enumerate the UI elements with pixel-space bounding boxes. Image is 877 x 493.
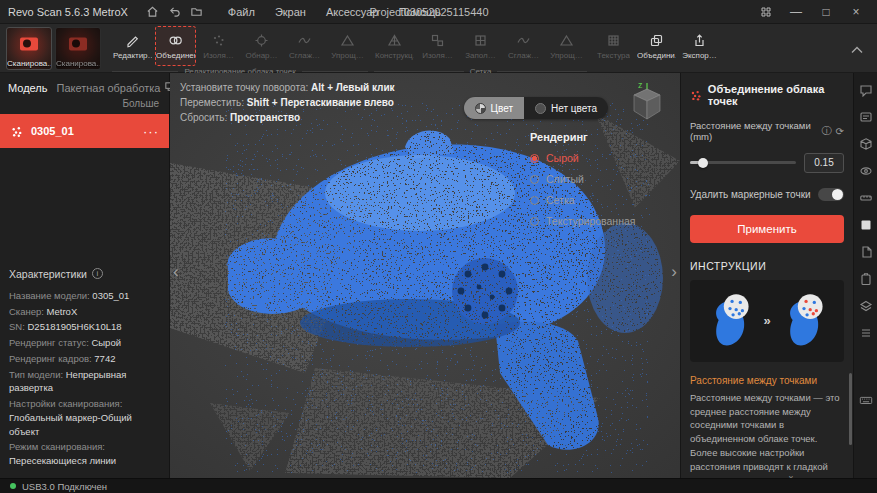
radio-icon: [530, 175, 539, 184]
panel-title: Объединение облака точек: [708, 83, 844, 107]
mesh-simplify-button[interactable]: Упрощ…: [546, 26, 587, 66]
merge-point-cloud-button[interactable]: Объединен…: [155, 26, 196, 66]
measure-icon[interactable]: [859, 191, 873, 205]
eye-icon[interactable]: [859, 164, 873, 178]
distance-slider[interactable]: [690, 161, 796, 164]
edit-button[interactable]: Редактир…: [112, 26, 153, 66]
mesh-smooth-button[interactable]: Сглаж…: [503, 26, 544, 66]
scan-preview-tile-1[interactable]: Сканирова…: [6, 27, 52, 70]
render-option-raw[interactable]: Сырой: [530, 152, 642, 164]
fill-holes-button[interactable]: Запол…: [460, 26, 501, 66]
scanner-thumbnail-icon: [69, 37, 87, 50]
merge-models-button[interactable]: Объедини…: [636, 26, 677, 66]
distance-reset-icon[interactable]: ⟳: [836, 126, 844, 137]
distance-value-field[interactable]: 0.15: [804, 153, 844, 173]
isolate-points-icon: [211, 33, 226, 48]
point-cloud-tool-group: Редактир… Объединен… Изоля… Обнар… Сглаж…: [109, 26, 371, 76]
right-icon-rail: [853, 73, 877, 478]
color-mode-color-button[interactable]: Цвет: [464, 97, 524, 119]
smooth-button[interactable]: Сглаж…: [284, 26, 325, 66]
detect-button[interactable]: Обнар…: [241, 26, 282, 66]
edit-icon: [125, 33, 140, 48]
mesh-tool-group: Конструкц… Изоля… Запол… Сглаж… Упрощ…: [371, 26, 590, 76]
viewport-prev-arrow[interactable]: ‹: [171, 259, 181, 284]
menu-screen[interactable]: Экран: [265, 0, 316, 24]
feedback-icon[interactable]: [859, 110, 873, 124]
prop-render-frames: Рендеринг кадров: 7742: [9, 352, 160, 366]
keyboard-icon[interactable]: [859, 393, 873, 407]
viewport-next-arrow[interactable]: ›: [669, 259, 679, 284]
isolation-button[interactable]: Изоля…: [198, 26, 239, 66]
back-icon[interactable]: [164, 4, 186, 20]
tab-batch-processing[interactable]: Пакетная обработка: [56, 81, 175, 94]
instruction-image-before: [704, 289, 756, 353]
tip-body: Расстояние между точками — это среднее р…: [690, 391, 844, 478]
prop-model-type: Тип модели: Непрерывная развертка: [9, 368, 160, 396]
apps-grid-icon[interactable]: [753, 2, 779, 22]
prop-scanner: Сканер: MetroX: [9, 305, 160, 319]
render-option-mesh[interactable]: Сетка: [530, 194, 642, 206]
construct-mesh-button[interactable]: Конструкц…: [374, 26, 415, 66]
maximize-button[interactable]: □: [813, 2, 839, 22]
chevrons-icon: »: [763, 313, 770, 328]
drill-chuck-face: [452, 258, 518, 324]
scan-viewport[interactable]: Установите точку поворота: Alt + Левый к…: [170, 73, 680, 478]
texture-button[interactable]: Текстура: [593, 26, 634, 66]
model-properties: Характеристики i Название модели: 0305_0…: [0, 268, 169, 478]
output-tool-group: Текстура Объедини… Экспор…: [590, 26, 723, 66]
apply-button[interactable]: Применить: [690, 215, 844, 243]
collapse-toolbar-chevron[interactable]: [843, 36, 871, 62]
simplify-icon: [559, 33, 574, 48]
prop-scan-mode: Режим сканирования: Пересекающиеся линии: [9, 440, 160, 468]
minimize-button[interactable]: —: [783, 2, 809, 22]
cube-icon[interactable]: [859, 137, 873, 151]
status-bar: USB3.0 Подключен: [0, 478, 877, 493]
instructions-illustration: »: [690, 280, 844, 362]
folder-icon[interactable]: [186, 4, 208, 20]
panel-scrollbar[interactable]: [849, 373, 852, 445]
radio-icon: [530, 217, 539, 226]
tab-model[interactable]: Модель: [8, 82, 47, 94]
mesh-isolation-button[interactable]: Изоля…: [417, 26, 458, 66]
merge-point-cloud-panel: Объединение облака точек Расстояние межд…: [680, 73, 853, 478]
menu-file[interactable]: Файл: [218, 0, 265, 24]
more-link[interactable]: Больше: [0, 96, 169, 114]
merge-models-icon: [649, 33, 664, 48]
radio-icon: [530, 196, 539, 205]
prop-model-name: Название модели: 0305_01: [9, 289, 160, 303]
remove-markers-label: Удалить маркерные точки: [690, 189, 818, 200]
list-icon[interactable]: [859, 326, 873, 340]
home-icon[interactable]: [142, 4, 164, 20]
distance-info-icon[interactable]: ⓘ: [822, 124, 832, 138]
export-button[interactable]: Экспор…: [679, 26, 720, 66]
render-option-textured[interactable]: Текстурированная: [530, 215, 642, 227]
render-option-fused[interactable]: Слитый: [530, 173, 642, 185]
fill-holes-icon: [473, 33, 488, 48]
app-title: Revo Scan 5.6.3 MetroX: [8, 6, 128, 18]
scan-preview-tile-2[interactable]: Сканирова…: [55, 27, 101, 70]
merge-points-icon: [690, 89, 702, 102]
model-item-menu-button[interactable]: ···: [143, 124, 159, 139]
render-mode-panel: Рендеринг Сырой Слитый Сетка Текстуриров…: [530, 131, 642, 236]
properties-info-icon[interactable]: i: [92, 268, 103, 279]
close-button[interactable]: ×: [843, 2, 869, 22]
prop-render-status: Рендеринг статус: Сырой: [9, 336, 160, 350]
layers-icon[interactable]: [859, 299, 873, 313]
viewport-hints: Установите точку поворота: Alt + Левый к…: [180, 80, 395, 125]
export-icon: [692, 33, 707, 48]
color-mode-no-color-button[interactable]: Нет цвета: [524, 97, 608, 119]
clipboard-icon[interactable]: [859, 272, 873, 286]
instructions-title: ИНСТРУКЦИИ: [690, 260, 844, 272]
orientation-gizmo[interactable]: z: [624, 79, 670, 131]
document-icon[interactable]: [859, 245, 873, 259]
prop-scan-settings: Настройки сканирования: Глобальный марке…: [9, 397, 160, 438]
simplify-button[interactable]: Упрощ…: [327, 26, 368, 66]
chat-icon[interactable]: [859, 83, 873, 97]
model-sidebar: Модель Пакетная обработка Больше 0305_01…: [0, 73, 170, 478]
tip-title: Расстояние между точками: [690, 375, 844, 386]
remove-markers-toggle[interactable]: [818, 188, 844, 201]
model-list-item-selected[interactable]: 0305_01 ···: [0, 114, 169, 148]
distance-slider-handle[interactable]: [698, 158, 708, 168]
svg-text:z: z: [638, 80, 643, 90]
active-panel-icon[interactable]: [859, 218, 873, 232]
